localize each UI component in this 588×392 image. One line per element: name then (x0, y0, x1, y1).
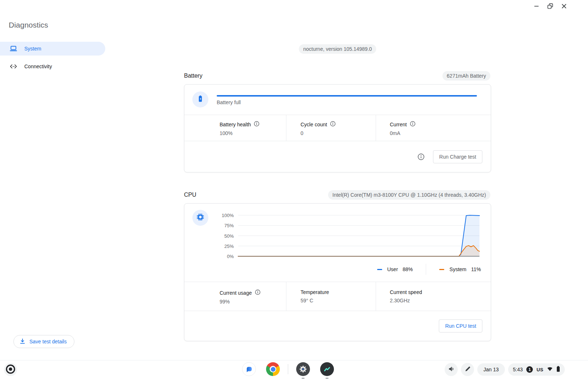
cpu-usage-chart (238, 215, 479, 256)
save-test-details-button[interactable]: Save test details (13, 335, 74, 348)
info-icon[interactable] (254, 121, 260, 128)
close-button[interactable] (561, 4, 567, 9)
dock (242, 362, 334, 376)
cpu-chart-legend: User 88% System 11% (377, 264, 481, 275)
info-icon[interactable] (330, 121, 336, 128)
status-area: Jan 13 5:43 1 US (445, 363, 565, 376)
settings-app-button[interactable] (296, 362, 310, 376)
legend-system-label: System (449, 266, 466, 272)
messages-app-button[interactable] (242, 362, 256, 376)
settings-gear-icon (296, 362, 310, 376)
battery-stats-row: Battery health 100% Cycle count 0 (184, 115, 491, 141)
current-speed-stat: Current speed 2.30GHz (376, 282, 491, 311)
cpu-section-header: CPU Intel(R) Core(TM) m3-8100Y CPU @ 1.1… (184, 190, 490, 200)
legend-user-label: User (387, 266, 398, 272)
sidebar-item-system[interactable]: System (0, 42, 105, 56)
launcher-button[interactable] (4, 363, 17, 376)
system-tray-button[interactable]: 5:43 1 US (508, 363, 565, 376)
current-speed-value: 2.30GHz (390, 298, 491, 303)
window-controls (534, 4, 567, 9)
battery-health-value: 100% (220, 130, 286, 136)
launcher-icon (5, 364, 16, 376)
battery-card: Battery full Battery health 100% Cycle c… (184, 84, 491, 172)
battery-charge-bar-fill (217, 95, 477, 97)
battery-health-label: Battery health (220, 122, 251, 127)
running-app-indicator (302, 378, 305, 379)
cycle-count-stat: Cycle count 0 (286, 115, 376, 141)
current-value: 0mA (390, 130, 491, 136)
battery-charge-bar (217, 95, 477, 97)
diagnostics-pulse-icon (320, 362, 334, 376)
diagnostics-app-button[interactable] (320, 362, 334, 376)
y-axis-tick: 100% (206, 213, 234, 218)
current-usage-value: 99% (220, 299, 286, 305)
keyboard-layout-label: US (536, 367, 543, 372)
y-axis-tick: 75% (206, 223, 234, 228)
sidebar-item-label: Connectivity (24, 64, 52, 69)
speaker-icon (448, 366, 455, 373)
current-usage-stat: Current usage 99% (184, 282, 286, 311)
temperature-value: 59° C (301, 298, 376, 303)
minimize-button[interactable] (534, 4, 539, 9)
chrome-icon (266, 362, 280, 376)
stylus-tools-button[interactable] (461, 363, 474, 376)
battery-status-text: Battery full (217, 99, 241, 105)
run-cpu-test-button[interactable]: Run CPU test (439, 319, 482, 332)
minimize-icon (534, 3, 539, 10)
cycle-count-label: Cycle count (301, 122, 327, 127)
sidebar-item-connectivity[interactable]: Connectivity (0, 60, 105, 73)
date-label: Jan 13 (483, 367, 499, 372)
current-speed-label: Current speed (390, 289, 422, 295)
chrome-app-button[interactable] (266, 362, 280, 376)
close-icon (561, 3, 567, 10)
info-icon[interactable] (410, 121, 416, 128)
temperature-label: Temperature (301, 289, 329, 295)
battery-status-icon (556, 366, 560, 373)
y-axis-tick: 0% (206, 254, 234, 259)
board-version-badge: nocturne, version 105.14989.0 (299, 44, 376, 54)
messages-icon (242, 362, 256, 376)
cpu-section-title: CPU (184, 192, 196, 198)
calendar-date-button[interactable]: Jan 13 (477, 363, 505, 376)
cycle-count-value: 0 (301, 130, 376, 136)
legend-item-user: User 88% (377, 266, 413, 272)
battery-capacity-badge: 6271mAh Battery (442, 71, 490, 81)
wifi-icon (547, 366, 553, 373)
cpu-model-badge: Intel(R) Core(TM) m3-8100Y CPU @ 1.10GHz… (328, 190, 490, 200)
shelf: Jan 13 5:43 1 US (0, 360, 588, 392)
current-usage-label: Current usage (220, 290, 252, 296)
cpu-card: 100% 75% 50% 25% 0% User 88% System 11% (184, 203, 491, 341)
cpu-card-footer: Run CPU test (184, 311, 491, 341)
legend-system-value: 11% (471, 266, 481, 272)
dock-separator (288, 364, 288, 374)
sidebar-item-label: System (24, 46, 41, 52)
clock-label: 5:43 (513, 367, 523, 372)
info-icon[interactable] (417, 153, 425, 160)
divider (426, 264, 426, 275)
battery-icon-circle (192, 91, 208, 107)
audio-settings-button[interactable] (445, 363, 458, 376)
diagnostics-app-window: Diagnostics System Connectivity nocturne… (0, 0, 588, 392)
run-charge-test-button[interactable]: Run Charge test (433, 150, 482, 163)
download-icon (19, 338, 26, 346)
legend-user-value: 88% (403, 266, 413, 272)
page-title: Diagnostics (9, 21, 48, 29)
current-stat: Current 0mA (376, 115, 491, 141)
info-icon[interactable] (255, 289, 261, 296)
stylus-pen-icon (465, 366, 471, 373)
restore-button[interactable] (547, 4, 553, 9)
y-axis-tick: 50% (206, 233, 234, 238)
system-series-dash-icon (439, 269, 444, 270)
save-test-details-label: Save test details (29, 339, 67, 344)
legend-item-system: System 11% (439, 266, 481, 272)
running-app-indicator (326, 378, 328, 379)
battery-health-stat: Battery health 100% (184, 115, 286, 141)
cpu-chip-icon (196, 213, 204, 222)
connectivity-icon (10, 63, 17, 70)
user-series-dash-icon (377, 269, 382, 270)
notification-count-badge: 1 (526, 366, 533, 373)
current-label: Current (390, 122, 407, 127)
main-content: nocturne, version 105.14989.0 Battery 62… (184, 0, 491, 360)
cpu-stats-row: Current usage 99% Temperature 59° C Curr… (184, 282, 491, 311)
battery-section-header: Battery 6271mAh Battery (184, 71, 490, 81)
